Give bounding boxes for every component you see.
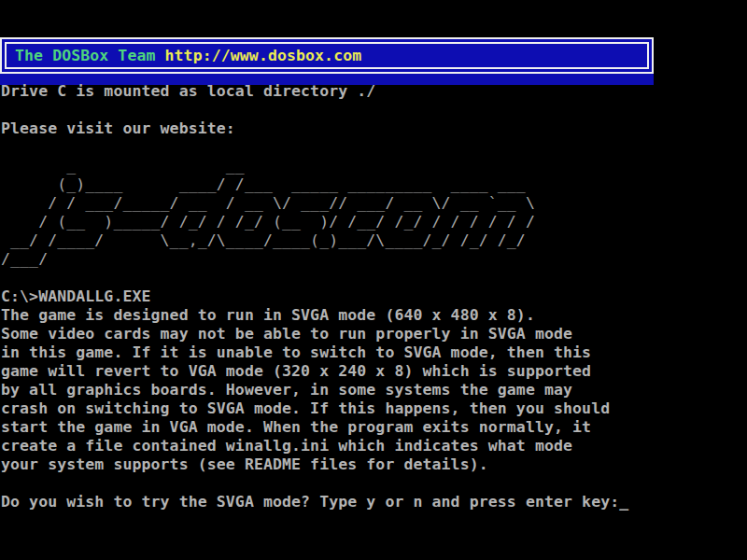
text-cursor: _ bbox=[619, 493, 628, 511]
dosbox-team-label: The DOSBox Team bbox=[15, 47, 165, 65]
prompt-text: Do you wish to try the SVGA mode? Type y… bbox=[1, 493, 619, 511]
program-output: C:\>WANDALLG.EXE The game is designed to… bbox=[1, 287, 610, 474]
dosbox-url-text: http://www.dosbox.com bbox=[165, 47, 362, 65]
jsdos-ascii-logo: _ __ (_)____ ____/ /___ _____ _________ … bbox=[1, 157, 535, 269]
startup-messages: Drive C is mounted as local directory ./… bbox=[1, 82, 375, 138]
dosbox-banner-box: The DOSBox Team http://www.dosbox.com bbox=[0, 37, 654, 74]
input-prompt-line[interactable]: Do you wish to try the SVGA mode? Type y… bbox=[1, 493, 628, 511]
dosbox-banner: The DOSBox Team http://www.dosbox.com bbox=[0, 37, 654, 85]
dosbox-terminal-screen[interactable]: The DOSBox Team http://www.dosbox.com Dr… bbox=[0, 0, 747, 560]
